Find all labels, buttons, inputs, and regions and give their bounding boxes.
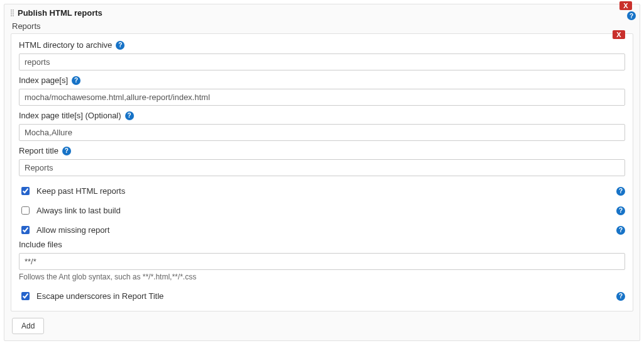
include-files-label: Include files [19,240,62,249]
help-icon[interactable]: ? [116,41,125,50]
always-link-label[interactable]: Always link to last build [36,206,121,215]
reports-subtitle: Reports [12,21,633,31]
help-icon[interactable]: ? [125,111,134,120]
include-files-hint: Follows the Ant glob syntax, such as **/… [19,272,625,281]
keep-past-checkbox[interactable] [21,187,30,195]
report-title-label: Report title [19,146,58,155]
help-icon[interactable]: ? [616,187,625,196]
escape-underscores-checkbox[interactable] [21,292,30,300]
escape-underscores-label[interactable]: Escape underscores in Report Title [36,291,164,301]
escape-underscores-row: Escape underscores in Report Title ? [19,286,625,306]
index-titles-input[interactable] [19,124,625,141]
add-button[interactable]: Add [12,318,44,334]
index-pages-input[interactable] [19,89,625,106]
reports-box: X HTML directory to archive ? Index page… [11,33,633,312]
include-files-input[interactable] [19,253,625,270]
include-files-field: Include files Follows the Ant glob synta… [19,240,625,281]
keep-past-row: Keep past HTML reports ? [19,181,625,201]
index-pages-label: Index page[s] [19,76,68,85]
always-link-checkbox[interactable] [21,206,30,215]
index-titles-label: Index page title[s] (Optional) [19,111,121,120]
keep-past-label[interactable]: Keep past HTML reports [36,186,125,196]
help-icon[interactable]: ? [72,76,80,85]
help-icon[interactable]: ? [616,226,625,235]
html-dir-input[interactable] [19,53,625,70]
section-header: Publish HTML reports [11,8,633,18]
html-dir-label: HTML directory to archive [19,40,112,50]
help-icon[interactable]: ? [616,292,625,301]
drag-handle-icon[interactable] [11,9,14,16]
section-title: Publish HTML reports [18,8,103,18]
help-icon[interactable]: ? [62,147,71,155]
allow-missing-checkbox[interactable] [21,226,30,234]
report-title-input[interactable] [19,159,625,176]
index-pages-field: Index page[s] ? [19,76,625,106]
allow-missing-row: Allow missing report ? [19,220,625,240]
allow-missing-label[interactable]: Allow missing report [36,225,109,235]
delete-report-button[interactable]: X [613,30,625,39]
always-link-row: Always link to last build ? [19,201,625,220]
index-titles-field: Index page title[s] (Optional) ? [19,111,625,141]
publish-html-reports-section: X ? Publish HTML reports Reports X HTML … [4,4,640,341]
html-dir-field: HTML directory to archive ? [19,40,625,70]
report-title-field: Report title ? [19,146,625,176]
help-icon[interactable]: ? [616,206,625,215]
